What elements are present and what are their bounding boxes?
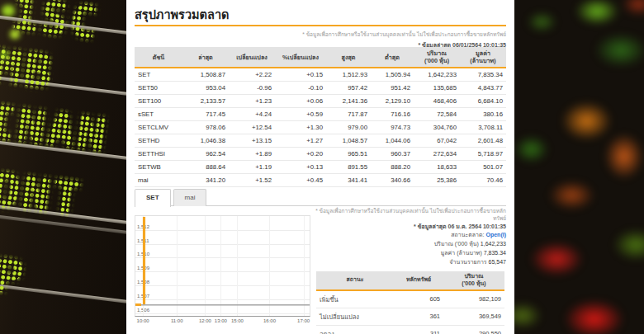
index-row-SETWB: SETWB888.64+1.19+0.13891.55888.2018,6335… [135, 161, 506, 174]
led-bokeh-photo-right [514, 0, 644, 334]
cell-last: 2,133.57 [182, 95, 229, 108]
index-column-header: ดัชนี [135, 47, 182, 68]
cell-high: 979.00 [326, 121, 371, 134]
market-status-value: Open(I) [486, 232, 507, 238]
cell-pct-change: +0.59 [275, 108, 326, 121]
index-name-link[interactable]: SETHD [135, 134, 182, 148]
status-volume: 290,550 [443, 325, 504, 334]
index-name-link[interactable]: SETTHSI [135, 148, 182, 161]
cell-last: 962.54 [182, 148, 229, 161]
index-name-link[interactable]: SET100 [135, 95, 182, 108]
cell-pct-change: -0.10 [275, 82, 326, 95]
index-name-link[interactable]: mai [135, 174, 182, 187]
cell-high: 1,512.93 [326, 68, 371, 82]
tab-mai[interactable]: mai [173, 189, 207, 206]
disclaimer-text: * ข้อมูลเพื่อการศึกษาหรือใช้งานส่วนบุคคล… [302, 31, 506, 39]
cell-high: 341.41 [326, 174, 371, 187]
value-label: มูลค่า (ล้านบาท) [441, 250, 482, 256]
y-gridline [135, 299, 310, 300]
set-index-series-line [143, 217, 145, 304]
cell-last: 953.04 [182, 82, 229, 95]
cell-value: 70.46 [460, 174, 506, 187]
volume-label: ปริมาณ ('000 หุ้น) [434, 241, 479, 247]
cell-change: +12.54 [229, 121, 275, 134]
volume-value: 1,642,233 [481, 241, 506, 247]
index-column-header: สูงสุด [326, 47, 371, 68]
index-name-label: SET [135, 68, 182, 82]
cell-value: 5,718.97 [460, 148, 506, 161]
cell-pct-change: +0.15 [275, 68, 326, 82]
market-tabs: SETmai [135, 188, 506, 206]
x-axis-tick-label: 11:00 [171, 318, 183, 323]
led-ticker-text-row: MB [0, 43, 57, 96]
index-column-header: ล่าสุด [182, 47, 229, 68]
market-overview-screen: 1SCMBINANONTP สรุปภาพรวมตลาด * ข้อมูลเพื… [0, 0, 644, 334]
index-row-SETCLMV: SETCLMV978.06+12.54+1.30979.00974.73304,… [135, 121, 506, 134]
x-axis-tick-label: 13:00 [215, 318, 227, 323]
cell-change: -0.96 [229, 82, 275, 95]
index-column-header: ปริมาณ ('000 หุ้น) [414, 47, 460, 68]
cell-low: 951.42 [371, 82, 414, 95]
cell-high: 891.55 [326, 161, 371, 174]
cell-last: 341.20 [182, 174, 229, 187]
cell-change: +1.19 [229, 161, 275, 174]
led-bokeh-lights [514, 0, 644, 334]
transactions-line: จำนวนรายการ 65,547 [315, 258, 506, 267]
index-column-header: %เปลี่ยนแปลง [275, 47, 326, 68]
volume-line: ปริมาณ ('000 หุ้น) 1,642,233 [315, 240, 506, 249]
index-row-SET50: SET50953.04-0.96-0.10957.42951.42135,685… [135, 82, 506, 95]
cell-value: 4,843.77 [460, 82, 506, 95]
status-table: สถานะหลักทรัพย์ปริมาณ ('000 หุ้น) เพิ่มข… [316, 271, 504, 334]
index-name-link[interactable]: SETWB [135, 161, 182, 174]
index-name-link[interactable]: SET50 [135, 82, 182, 95]
title-underline [135, 25, 506, 26]
cell-change: +1.89 [229, 148, 275, 161]
index-row-SETTHSI: SETTHSI962.54+1.89+0.20965.51960.37272,6… [135, 148, 506, 161]
cell-volume: 18,633 [414, 161, 460, 174]
index-table-header-row: ดัชนีล่าสุดเปลี่ยนแปลง%เปลี่ยนแปลงสูงสุด… [135, 47, 506, 68]
led-ticker-text-row: 1SC [9, 0, 102, 46]
cell-volume: 304,760 [414, 121, 460, 134]
status-column-header: ปริมาณ ('000 หุ้น) [443, 271, 504, 290]
market-status-label: สถานะตลาด: [451, 232, 484, 238]
status-label: ไม่เปลี่ยนแปลง [316, 308, 394, 325]
value-value: 7,835.34 [484, 250, 506, 256]
index-row-SETHD: SETHD1,046.38+13.15+1.271,048.571,044.06… [135, 134, 506, 148]
page-title: สรุปภาพรวมตลาด [135, 5, 229, 24]
cell-value: 6,684.10 [460, 95, 506, 108]
index-name-link[interactable]: SETCLMV [135, 121, 182, 134]
status-securities-count: 605 [394, 290, 443, 308]
status-label: ลดลง [316, 325, 394, 334]
cell-low: 716.16 [371, 108, 414, 121]
status-column-header: สถานะ [316, 271, 394, 290]
chart-disclaimer-line2: ทรัพย์ [315, 215, 506, 223]
y-gridline [135, 313, 310, 314]
status-table-header-row: สถานะหลักทรัพย์ปริมาณ ('000 หุ้น) [316, 271, 504, 290]
tab-set[interactable]: SET [135, 189, 171, 207]
chart-disclaimer-line1: * ข้อมูลเพื่อการศึกษาหรือใช้งานส่วนบุคคล… [315, 208, 506, 215]
status-column-header: หลักทรัพย์ [394, 271, 443, 290]
value-line: มูลค่า (ล้านบาท) 7,835.34 [315, 249, 506, 258]
x-gridline [177, 216, 178, 316]
cell-low: 1,044.06 [371, 134, 414, 148]
cell-high: 2,141.36 [326, 95, 371, 108]
transactions-value: 65,547 [489, 259, 506, 265]
status-row-down: ลดลง311290,550 [316, 325, 504, 334]
y-gridline [135, 271, 310, 272]
cell-change: +1.52 [229, 174, 275, 187]
cell-last: 717.45 [182, 108, 229, 121]
chart-last-update: * ข้อมูลล่าสุด 06 ม.ค. 2564 10:01:35 [315, 223, 506, 232]
cell-high: 717.87 [326, 108, 371, 121]
cell-high: 965.51 [326, 148, 371, 161]
status-securities-count: 361 [394, 308, 443, 325]
set-index-series-start-tick [135, 303, 141, 306]
status-row-up: เพิ่มขึ้น605982,109 [316, 290, 504, 308]
x-axis-tick-label: 16:00 [263, 318, 276, 323]
cell-volume: 468,406 [414, 95, 460, 108]
cell-last: 978.06 [182, 121, 229, 134]
cell-low: 888.20 [371, 161, 414, 174]
cell-pct-change: +0.45 [275, 174, 326, 187]
cell-low: 340.66 [371, 174, 414, 187]
cell-low: 1,505.94 [371, 68, 414, 82]
index-name-link[interactable]: sSET [135, 108, 182, 121]
